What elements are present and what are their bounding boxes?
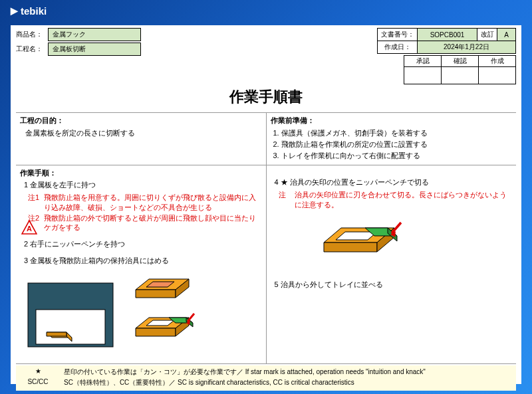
illustration-scatter-box (24, 271, 117, 351)
purpose-text: 金属素板を所定の長さに切断する (25, 128, 262, 138)
illustration-jigs (129, 271, 222, 351)
approval-table: 承認 確認 作成 (404, 55, 516, 84)
doc-no-label: 文書番号： (378, 29, 418, 41)
step-4: 4 ★ 治具の矢印の位置をニッパーペンチで切る (275, 177, 513, 187)
approval-h2: 確認 (442, 56, 479, 67)
approval-h1: 承認 (404, 56, 442, 67)
rev-label: 改訂 (477, 29, 497, 41)
app-name: tebiki (21, 5, 47, 17)
step-3: 3 金属板を飛散防止箱内の保持治具にはめる (24, 256, 262, 266)
purpose-heading: 工程の目的： (20, 116, 262, 126)
prep-item-3: 3. トレイを作業机に向かって右側に配置する (273, 151, 513, 161)
note2-text: 飛散防止箱の外で切断すると破片が周囲に飛散し顔や目に当たりケガをする (44, 213, 262, 233)
document-sheet: 商品名： 金属フック 工程名： 金属板切断 文書番号： SOPCB001 改訂 … (11, 25, 521, 384)
date-label: 作成日： (378, 41, 418, 54)
prep-item-2: 2. 飛散防止箱を作業机の所定の位置に設置する (273, 140, 513, 149)
doc-info-table: 文書番号： SOPCB001 改訂 A 作成日： 2024年1月22日 (377, 28, 516, 54)
svg-text:A: A (27, 225, 32, 233)
process-label: 工程名： (16, 45, 47, 54)
app-header: ▶ tebiki (0, 0, 532, 21)
step-5: 5 治具から外してトレイに並べる (275, 280, 513, 290)
date-value: 2024年1月22日 (418, 41, 516, 54)
prep-item-1: 1. 保護具（保護メガネ、切創手袋）を装着する (273, 128, 513, 138)
legend-star-text: 星印の付いている作業は「カン・コツ」が必要な作業です／ If star mark… (64, 367, 511, 377)
legend-star-symbol: ★ (21, 367, 55, 377)
product-value: 金属フック (48, 28, 141, 41)
product-label: 商品名： (16, 30, 47, 39)
illustration-cutting-jig (317, 220, 417, 260)
logo-icon: ▶ (11, 5, 18, 16)
step-2: 2 右手にニッパーペンチを持つ (24, 239, 262, 249)
note4-text: 治具の矢印位置に刃を合わせて切る。長さにばらつきがないように注意する。 (295, 190, 513, 209)
note4-label: 注 (279, 190, 295, 209)
footer-legend: ★ 星印の付いている作業は「カン・コツ」が必要な作業です／ If star ma… (16, 365, 516, 391)
document-title: 作業手順書 (16, 87, 516, 107)
rev-value: A (497, 29, 516, 41)
warning-triangle-icon: A (21, 220, 37, 235)
procedure-heading: 作業手順： (20, 168, 262, 178)
doc-no-value: SOPCB001 (418, 29, 477, 41)
note1-text: 飛散防止箱を用意する。周囲に切りくずが飛び散ると設備内に入り込み故障、破損、ショ… (44, 193, 262, 212)
note1-label: 注1 (28, 193, 44, 212)
legend-sccc-symbol: SC/CC (21, 378, 55, 387)
prep-heading: 作業前準備： (271, 116, 513, 126)
approval-h3: 作成 (479, 56, 516, 67)
legend-sccc-text: SC（特殊特性）、CC（重要特性）／ SC is significant cha… (64, 378, 511, 387)
step-1: 1 金属板を左手に持つ (24, 180, 262, 190)
process-value: 金属板切断 (48, 43, 141, 56)
